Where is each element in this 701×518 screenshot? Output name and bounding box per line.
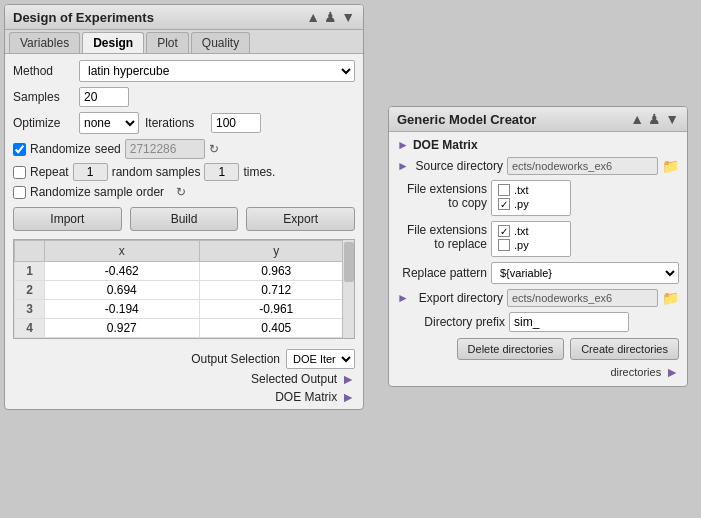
repeat-checkbox[interactable] xyxy=(13,166,26,179)
ext-copy-txt-label: .txt xyxy=(514,184,529,196)
samples-label: Samples xyxy=(13,90,73,104)
randomize-row: Randomize seed ↻ xyxy=(13,139,355,159)
right-panel-header: Generic Model Creator ▲ ♟ ▼ xyxy=(389,107,687,132)
source-dir-arrow[interactable]: ► xyxy=(397,159,409,173)
row-x-3: -0.194 xyxy=(45,300,200,319)
col-y: y xyxy=(199,241,354,262)
directory-prefix-group: Directory prefix xyxy=(397,312,679,332)
selected-output-row: Selected Output ► xyxy=(13,371,355,387)
row-y-4: 0.405 xyxy=(199,319,354,338)
optimize-row: Optimize none Iterations xyxy=(13,112,355,134)
right-run-icon[interactable]: ♟ xyxy=(648,111,661,127)
right-warning-icon[interactable]: ▲ xyxy=(630,111,644,127)
export-directory-input[interactable] xyxy=(507,289,658,307)
ext-replace-py-label: .py xyxy=(514,239,529,251)
randomize-order-checkbox[interactable] xyxy=(13,186,26,199)
dir-buttons-row: Delete directories Create directories xyxy=(397,338,679,360)
export-directory-label: Export directory xyxy=(413,291,503,305)
ext-replace-py-checkbox[interactable] xyxy=(498,239,510,251)
right-panel-header-icons: ▲ ♟ ▼ xyxy=(630,111,679,127)
import-button[interactable]: Import xyxy=(13,207,122,231)
repeat-value1[interactable] xyxy=(73,163,108,181)
row-x-1: -0.462 xyxy=(45,262,200,281)
row-index-4: 4 xyxy=(15,319,45,338)
table-header-row: x y xyxy=(15,241,354,262)
ext-replace-txt-checkbox[interactable]: ✓ xyxy=(498,225,510,237)
export-dir-arrow[interactable]: ► xyxy=(397,291,409,305)
row-index-3: 3 xyxy=(15,300,45,319)
ext-replace-py: .py xyxy=(498,239,564,251)
row-y-1: 0.963 xyxy=(199,262,354,281)
refresh-icon[interactable]: ↻ xyxy=(209,142,219,156)
table-row: 4 0.927 0.405 xyxy=(15,319,354,338)
scrollbar-thumb[interactable] xyxy=(344,242,354,282)
row-index-1: 1 xyxy=(15,262,45,281)
repeat-label: Repeat xyxy=(30,165,69,179)
seed-input[interactable] xyxy=(125,139,205,159)
build-button[interactable]: Build xyxy=(130,207,239,231)
ext-copy-txt-checkbox[interactable] xyxy=(498,184,510,196)
iterations-label: Iterations xyxy=(145,116,205,130)
data-table: x y 1 -0.462 0.963 2 0.694 0.712 xyxy=(14,240,354,338)
ext-copy-txt: .txt xyxy=(498,184,564,196)
expand-icon[interactable]: ▼ xyxy=(341,9,355,25)
delete-directories-button[interactable]: Delete directories xyxy=(457,338,565,360)
output-selection-label: Output Selection xyxy=(191,352,280,366)
randomize-checkbox[interactable] xyxy=(13,143,26,156)
doe-matrix-section-label: DOE Matrix xyxy=(413,138,478,152)
right-panel-title: Generic Model Creator xyxy=(397,112,536,127)
tab-design[interactable]: Design xyxy=(82,32,144,53)
samples-row: Samples xyxy=(13,87,355,107)
data-table-container: x y 1 -0.462 0.963 2 0.694 0.712 xyxy=(13,239,355,339)
table-scrollbar[interactable] xyxy=(342,240,354,338)
ext-replace-txt: ✓ .txt xyxy=(498,225,564,237)
export-folder-icon[interactable]: 📁 xyxy=(662,290,679,306)
action-buttons: Import Build Export xyxy=(13,207,355,231)
source-folder-icon[interactable]: 📁 xyxy=(662,158,679,174)
method-select[interactable]: latin hypercube xyxy=(79,60,355,82)
create-directories-button[interactable]: Create directories xyxy=(570,338,679,360)
tabs-row: Variables Design Plot Quality xyxy=(5,30,363,54)
warning-icon[interactable]: ▲ xyxy=(306,9,320,25)
extensions-to-replace-box: ✓ .txt .py xyxy=(491,221,571,257)
doe-matrix-section-arrow[interactable]: ► xyxy=(397,138,409,152)
extensions-to-replace-group: File extensionsto replace ✓ .txt .py xyxy=(397,221,679,257)
method-row: Method latin hypercube xyxy=(13,60,355,82)
randomize-order-refresh-icon[interactable]: ↻ xyxy=(176,185,186,199)
export-directory-group: ► Export directory 📁 xyxy=(397,289,679,307)
selected-output-arrow-icon: ► xyxy=(341,371,355,387)
table-row: 1 -0.462 0.963 xyxy=(15,262,354,281)
row-y-2: 0.712 xyxy=(199,281,354,300)
repeat-value2[interactable] xyxy=(204,163,239,181)
tab-plot[interactable]: Plot xyxy=(146,32,189,53)
selected-output-label: Selected Output xyxy=(251,372,337,386)
iterations-input[interactable] xyxy=(211,113,261,133)
tab-variables[interactable]: Variables xyxy=(9,32,80,53)
row-x-2: 0.694 xyxy=(45,281,200,300)
table-row: 2 0.694 0.712 xyxy=(15,281,354,300)
randomize-order-row: Randomize sample order ↻ xyxy=(13,185,355,199)
doe-matrix-row: DOE Matrix ► xyxy=(13,389,355,405)
optimize-label: Optimize xyxy=(13,116,73,130)
right-expand-icon[interactable]: ▼ xyxy=(665,111,679,127)
ext-copy-py-checkbox[interactable]: ✓ xyxy=(498,198,510,210)
directory-prefix-label: Directory prefix xyxy=(415,315,505,329)
row-y-3: -0.961 xyxy=(199,300,354,319)
export-button[interactable]: Export xyxy=(246,207,355,231)
extensions-to-copy-group: File extensionsto copy .txt ✓ .py xyxy=(397,180,679,216)
optimize-select[interactable]: none xyxy=(79,112,139,134)
tab-quality[interactable]: Quality xyxy=(191,32,250,53)
source-directory-input[interactable] xyxy=(507,157,658,175)
col-x: x xyxy=(45,241,200,262)
run-icon[interactable]: ♟ xyxy=(324,9,337,25)
directory-prefix-input[interactable] xyxy=(509,312,629,332)
replace-pattern-select[interactable]: ${variable} xyxy=(491,262,679,284)
right-panel-body: ► DOE Matrix ► Source directory 📁 File e… xyxy=(389,132,687,386)
output-select[interactable]: DOE Iter xyxy=(286,349,355,369)
samples-input[interactable] xyxy=(79,87,129,107)
doe-matrix-arrow-icon: ► xyxy=(341,389,355,405)
doe-matrix-label: DOE Matrix xyxy=(275,390,337,404)
bottom-bar: Output Selection DOE Iter Selected Outpu… xyxy=(5,345,363,409)
method-label: Method xyxy=(13,64,73,78)
left-panel: Design of Experiments ▲ ♟ ▼ Variables De… xyxy=(4,4,364,410)
